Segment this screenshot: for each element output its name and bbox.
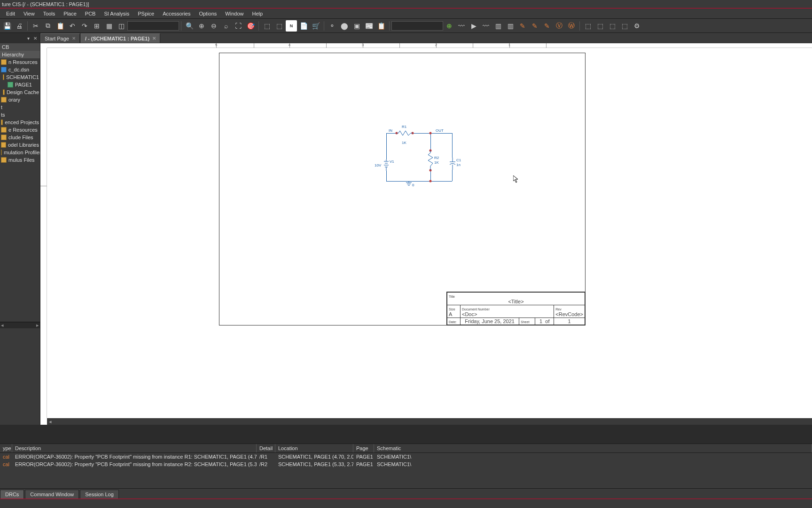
tree-item-pspice-res[interactable]: e Resources <box>0 126 40 134</box>
zoom-fit-icon[interactable]: ⛶ <box>233 20 244 32</box>
close-icon[interactable]: ✕ <box>72 34 76 43</box>
sheet-current[interactable]: 1 <box>539 318 542 324</box>
sim-icon-4[interactable]: 📰 <box>363 20 375 32</box>
wire[interactable] <box>386 171 387 181</box>
paste-icon[interactable]: 📋 <box>55 20 66 32</box>
probe-v-icon[interactable]: Ⓥ <box>554 20 565 32</box>
net-icon-3[interactable]: ⬚ <box>607 20 618 32</box>
schematic-canvas[interactable]: 5 4 3 2 1 <box>40 43 812 425</box>
sim-icon-3[interactable]: ▣ <box>351 20 362 32</box>
tab-start-page[interactable]: Start Page ✕ <box>40 33 80 43</box>
resistor-r1[interactable] <box>397 131 413 135</box>
col-header-description[interactable]: Description <box>12 444 257 452</box>
grid-icon[interactable]: ⊞ <box>91 20 102 32</box>
horizontal-scrollbar[interactable]: ◂ <box>47 418 812 425</box>
net-icon-4[interactable]: ⬚ <box>619 20 630 32</box>
wire[interactable] <box>386 133 387 159</box>
menu-si-analysis[interactable]: SI Analysis <box>100 8 133 19</box>
menu-options[interactable]: Options <box>195 8 221 19</box>
tree-item-outputs[interactable]: t <box>0 103 40 111</box>
snap-icon[interactable]: ▦ <box>103 20 115 32</box>
layer-icon[interactable]: ◫ <box>116 20 127 32</box>
col-header-location[interactable]: Location <box>275 444 353 452</box>
search-icon[interactable]: 🔍 <box>184 20 195 32</box>
ascend-icon[interactable]: ⬚ <box>261 20 273 32</box>
new-profile-icon[interactable]: ⊕ <box>444 20 455 32</box>
tree-item-model-libs[interactable]: odel Libraries <box>0 141 40 149</box>
part-name-input[interactable] <box>127 21 179 31</box>
capacitor-c1[interactable] <box>450 158 454 170</box>
tree-item-library[interactable]: orary <box>0 96 40 103</box>
menu-edit[interactable]: Edit <box>2 8 19 19</box>
voltage-marker-icon[interactable]: ✎ <box>517 20 528 32</box>
c1-ref[interactable]: C1 <box>456 158 461 162</box>
zoom-select-icon[interactable]: 🎯 <box>245 20 256 32</box>
drc-row[interactable]: cal ERROR(ORCAP-36002): Property "PCB Fo… <box>0 453 812 460</box>
drc-row[interactable]: cal ERROR(ORCAP-36002): Property "PCB Fo… <box>0 460 812 468</box>
hierarchy-close-icon[interactable]: ✕ <box>33 36 37 41</box>
wire[interactable] <box>413 133 452 134</box>
marker-icon-1[interactable]: ▥ <box>492 20 504 32</box>
undo-icon[interactable]: ↶ <box>67 20 78 32</box>
sim-icon-1[interactable]: ⚬ <box>327 20 338 32</box>
save-icon[interactable]: 💾 <box>1 20 13 32</box>
netlist-icon[interactable]: 📄 <box>298 20 309 32</box>
resistor-r2[interactable] <box>428 151 433 170</box>
sidebar-scroll[interactable]: ◂▸ <box>0 322 40 328</box>
menu-help[interactable]: Help <box>248 8 267 19</box>
tree-item-ref-projects[interactable]: enced Projects <box>0 119 40 126</box>
junction-node[interactable] <box>429 132 432 135</box>
copy-icon[interactable]: ⧉ <box>42 20 54 32</box>
col-header-type[interactable]: ype <box>0 444 12 452</box>
cart-icon[interactable]: 🛒 <box>310 20 321 32</box>
zoom-out-icon[interactable]: ⊖ <box>208 20 219 32</box>
close-icon[interactable]: ✕ <box>152 34 156 43</box>
schematic-page[interactable]: IN OUT R1 1K R2 1K C1 1n <box>219 53 586 325</box>
r1-ref[interactable]: R1 <box>402 125 406 129</box>
tree-item-design-cache[interactable]: Design Cache <box>0 88 40 96</box>
tab-session-log[interactable]: Session Log <box>80 490 119 499</box>
tab-command-window[interactable]: Command Window <box>25 490 79 499</box>
zoom-area-icon[interactable]: ⌕ <box>220 20 232 32</box>
size-value[interactable]: A <box>449 311 452 317</box>
print-icon[interactable]: 🖨 <box>14 20 25 32</box>
rev-value[interactable]: <RevCode> <box>555 311 583 317</box>
wire[interactable] <box>452 133 453 158</box>
tree-item-include-files[interactable]: clude Files <box>0 134 40 141</box>
menu-place[interactable]: Place <box>59 8 81 19</box>
power-marker-icon[interactable]: ✎ <box>541 20 553 32</box>
descend-icon[interactable]: ⬚ <box>273 20 285 32</box>
menu-tools[interactable]: Tools <box>39 8 60 19</box>
wire[interactable] <box>386 181 452 182</box>
menu-window[interactable]: Window <box>221 8 248 19</box>
net-icon-1[interactable]: ⬚ <box>582 20 593 32</box>
tab-drcs[interactable]: DRCs <box>0 490 24 499</box>
project-tree[interactable]: n Resources c_dc.dsn SCHEMATIC1 PAGE1 De… <box>0 58 40 322</box>
tree-item-resources[interactable]: n Resources <box>0 58 40 66</box>
cut-icon[interactable]: ✂ <box>30 20 41 32</box>
r1-value[interactable]: 1K <box>402 141 406 145</box>
sim-icon-2[interactable]: ⬤ <box>339 20 350 32</box>
zoom-in-icon[interactable]: ⊕ <box>196 20 207 32</box>
tree-item-schematic1[interactable]: SCHEMATIC1 <box>0 73 40 81</box>
marker-icon-2[interactable]: ▥ <box>505 20 516 32</box>
col-header-schematic[interactable]: Schematic <box>374 444 812 452</box>
r2-value[interactable]: 1K <box>434 160 439 165</box>
title-block[interactable]: Title<Title> SizeA Document Number<Doc> … <box>446 292 586 325</box>
hierarchy-tab[interactable]: Hierarchy <box>0 51 40 58</box>
col-header-detail[interactable]: Detail <box>257 444 275 452</box>
tree-item-design[interactable]: c_dc.dsn <box>0 66 40 73</box>
title-value[interactable]: <Title> <box>449 299 583 304</box>
menu-pcb[interactable]: PCB <box>81 8 100 19</box>
tree-item-page1[interactable]: PAGE1 <box>0 81 40 88</box>
net-icon-2[interactable]: ⬚ <box>594 20 606 32</box>
ground-label[interactable]: 0 <box>412 183 414 187</box>
menu-pspice[interactable]: PSpice <box>133 8 158 19</box>
net-label-in[interactable]: IN <box>389 128 392 133</box>
r2-ref[interactable]: R2 <box>434 156 439 160</box>
net-label-out[interactable]: OUT <box>436 128 444 133</box>
edit-profile-icon[interactable]: 〰 <box>456 20 467 32</box>
voltage-source-v1[interactable] <box>383 159 390 171</box>
c1-value[interactable]: 1n <box>456 163 461 167</box>
date-value[interactable]: Friday, June 25, 2021 <box>461 318 519 325</box>
